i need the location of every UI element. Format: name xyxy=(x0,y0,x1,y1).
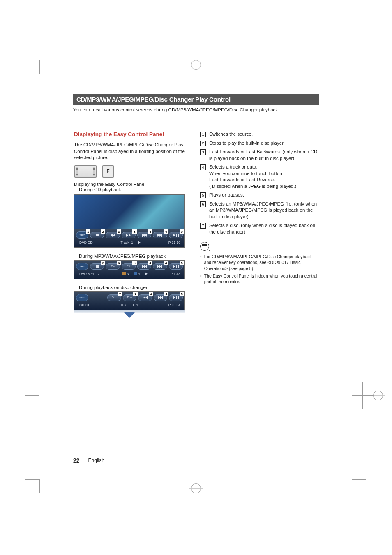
item-text: Switches the source. xyxy=(209,131,253,138)
src-label: SRC xyxy=(79,296,85,299)
page-number: 22 xyxy=(73,457,80,464)
play-pause-button[interactable]: 5 xyxy=(169,263,183,270)
track-number: 1 xyxy=(131,240,133,245)
source-name: DVD MEDIA xyxy=(79,272,99,276)
subsection-paragraph: The CD/MP3/WMA/JPEG/MPEG/Disc Changer Pl… xyxy=(74,142,191,161)
fnc-button-icon: F xyxy=(102,165,114,178)
status-row: DVD MEDIA 3 1 P 1:48 xyxy=(76,271,183,276)
continue-arrow xyxy=(74,310,185,318)
hardware-buttons-illustration: F xyxy=(74,165,191,178)
item-text: Selects a track or data. When you contin… xyxy=(209,164,296,190)
subsection-heading: Displaying the Easy Control Panel xyxy=(74,131,191,139)
callout-number: 5 xyxy=(180,292,184,296)
intro-text: You can recall various control screens d… xyxy=(73,107,319,112)
registration-mark-top xyxy=(191,60,201,70)
callout-number: 3 xyxy=(117,229,121,234)
right-column: 1Switches the source. 2Stops to play the… xyxy=(200,131,319,318)
item-text: Stops to play the built-in disc player. xyxy=(209,140,284,147)
cd-playback-screenshot: SRC 1 2 3 3 4 4 xyxy=(74,194,185,248)
callout-box: 6 xyxy=(200,201,206,207)
play-pause-button[interactable]: 5 xyxy=(169,294,183,301)
status-row: DVD CD Track 1 P 11:10 xyxy=(76,240,183,245)
page-footer: 22 English xyxy=(73,457,104,464)
section-header: CD/MP3/WMA/JPEG/MPEG/Disc Changer Play C… xyxy=(73,94,319,105)
next-track-button[interactable]: 4 xyxy=(153,232,167,238)
example-label: During MP3/WMA/JPEG/MPEG playback xyxy=(79,254,191,259)
stop-button[interactable]: 2 xyxy=(90,232,104,238)
example-label: During CD playback xyxy=(79,187,191,192)
crop-line xyxy=(25,479,39,480)
src-button[interactable]: SRC xyxy=(76,263,88,270)
disc-down-button[interactable]: D – 7 xyxy=(107,294,121,301)
callout-number: 4 xyxy=(148,229,152,234)
folder-up-button[interactable]: F+ 6 xyxy=(122,263,136,270)
status-row: CD-CH D 3 T 1 P 00:04 xyxy=(76,302,183,307)
callout-number: 2 xyxy=(101,261,105,265)
callout-number: 5 xyxy=(180,261,184,265)
play-indicator-icon xyxy=(145,272,148,275)
mp3-panel-illustration: SRC 2 F– 6 F+ 6 4 4 5 DVD xyxy=(74,260,185,279)
disc-number: 3 xyxy=(125,303,127,307)
prev-track-button[interactable]: 4 xyxy=(138,294,152,301)
note-icon xyxy=(200,242,209,251)
disc-up-button[interactable]: D + 7 xyxy=(123,294,137,301)
track-label: T xyxy=(132,303,134,307)
list-item: 1Switches the source. xyxy=(200,131,319,138)
crop-line xyxy=(39,60,40,74)
callout-box: 7 xyxy=(200,223,206,229)
list-item: 5Plays or pauses. xyxy=(200,192,319,199)
crop-line xyxy=(352,74,366,74)
src-button[interactable]: SRC xyxy=(76,294,88,301)
note-text: The Easy Control Panel is hidden when yo… xyxy=(204,273,319,284)
registration-mark-bottom xyxy=(191,483,201,493)
crop-line xyxy=(352,479,366,480)
list-item: 2Stops to play the built-in disc player. xyxy=(200,140,319,147)
file-number: 1 xyxy=(138,272,140,276)
list-item: 4Selects a track or data. When you conti… xyxy=(200,164,319,190)
prev-track-button[interactable]: 4 xyxy=(137,263,151,270)
crop-line xyxy=(352,60,352,74)
callout-box: 1 xyxy=(200,132,206,137)
left-column: Displaying the Easy Control Panel The CD… xyxy=(73,131,192,318)
callout-number: 4 xyxy=(148,261,152,265)
example-label: During playback on disc changer xyxy=(79,285,191,290)
list-item: 3Fast Forwards or Fast Backwards. (only … xyxy=(200,149,319,162)
play-time: P 1:48 xyxy=(171,272,180,276)
callout-box: 4 xyxy=(200,164,206,170)
callout-number: 3 xyxy=(132,229,137,234)
item-text: Plays or pauses. xyxy=(209,192,244,199)
next-track-button[interactable]: 4 xyxy=(153,263,167,270)
callout-number: 4 xyxy=(164,292,168,296)
source-name: DVD CD xyxy=(79,240,93,245)
file-icon xyxy=(134,272,137,275)
note-item: •For CD/MP3/WMA/JPEG/MPEG/Disc Changer p… xyxy=(200,254,319,271)
src-label: SRC xyxy=(79,265,85,268)
src-button[interactable]: SRC 1 xyxy=(76,231,88,239)
numbered-explanations: 1Switches the source. 2Stops to play the… xyxy=(200,131,319,235)
source-name: CD-CH xyxy=(79,303,90,307)
rewind-button[interactable]: 3 xyxy=(106,232,120,238)
note-text: For CD/MP3/WMA/JPEG/MPEG/Disc Changer pl… xyxy=(204,254,319,271)
callout-number: 7 xyxy=(118,292,122,296)
play-pause-button[interactable]: 5 xyxy=(169,232,183,238)
folder-number: 3 xyxy=(127,272,129,276)
footer-separator xyxy=(84,458,84,463)
prev-track-button[interactable]: 4 xyxy=(137,232,151,238)
chevron-down-icon xyxy=(124,312,135,318)
fast-forward-button[interactable]: 3 xyxy=(122,232,136,238)
crop-line xyxy=(25,395,39,396)
callout-number: 5 xyxy=(180,229,184,234)
callout-number: 4 xyxy=(164,261,168,265)
next-track-button[interactable]: 4 xyxy=(154,294,168,301)
notes-list: •For CD/MP3/WMA/JPEG/MPEG/Disc Changer p… xyxy=(200,254,319,284)
stop-button[interactable]: 2 xyxy=(90,263,104,270)
play-time: P 11:10 xyxy=(168,240,180,245)
changer-panel-illustration: SRC D – 7 D + 7 4 4 5 CD-CH xyxy=(74,291,185,310)
folder-icon xyxy=(122,272,126,275)
play-time: P 00:04 xyxy=(168,303,180,307)
folder-down-button[interactable]: F– 6 xyxy=(106,263,120,270)
rect-button-icon xyxy=(74,165,97,178)
play-indicator-icon xyxy=(138,241,141,244)
crop-line xyxy=(352,395,374,396)
item-text: Fast Forwards or Fast Backwards. (only w… xyxy=(209,149,319,162)
